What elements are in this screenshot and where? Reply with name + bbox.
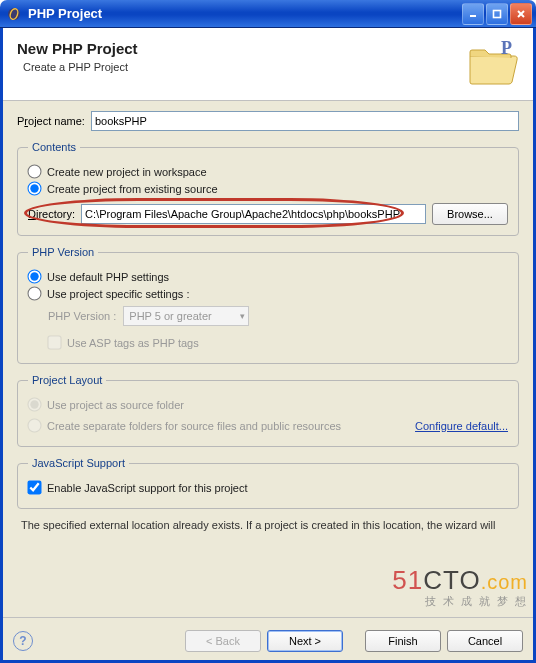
project-layout-legend: Project Layout [28,374,106,386]
radio-specific-php-label: Use project specific settings : [47,288,189,300]
php-folder-icon: P [467,40,519,86]
back-button: < Back [185,630,261,652]
php-version-subsection: PHP Version : PHP 5 or greater ▾ Use ASP… [48,306,508,349]
window-title: PHP Project [28,6,462,21]
php-version-group: PHP Version Use default PHP settings Use… [17,246,519,364]
finish-button[interactable]: Finish [365,630,441,652]
radio-src-folder-label: Use project as source folder [47,399,184,411]
contents-legend: Contents [28,141,80,153]
minimize-button[interactable] [462,3,484,25]
radio-src-folder [27,397,41,411]
configure-default-link[interactable]: Configure default... [415,420,508,432]
browse-button[interactable]: Browse... [432,203,508,225]
cancel-button[interactable]: Cancel [447,630,523,652]
chevron-down-icon: ▾ [240,311,245,321]
directory-label: Directory: [28,208,75,220]
next-button[interactable]: Next > [267,630,343,652]
button-bar: ? < Back Next > Finish Cancel [3,626,533,660]
radio-existing-source[interactable] [27,181,41,195]
javascript-support-legend: JavaScript Support [28,457,129,469]
window-titlebar: PHP Project [0,0,536,28]
radio-create-workspace[interactable] [27,164,41,178]
contents-group: Contents Create new project in workspace… [17,141,519,236]
radio-create-workspace-label: Create new project in workspace [47,166,207,178]
radio-specific-php[interactable] [27,286,41,300]
wizard-content: Project name: Contents Create new projec… [3,101,533,611]
project-name-input[interactable] [91,111,519,131]
directory-input[interactable] [81,204,426,224]
radio-default-php-label: Use default PHP settings [47,271,169,283]
project-name-label: Project name: [17,115,85,127]
wizard-banner: New PHP Project Create a PHP Project P [3,28,533,101]
checkbox-asp-tags-label: Use ASP tags as PHP tags [67,337,199,349]
svg-text:P: P [501,40,512,58]
javascript-support-group: JavaScript Support Enable JavaScript sup… [17,457,519,509]
status-message: The specified external location already … [21,519,515,531]
php-version-legend: PHP Version [28,246,98,258]
radio-separate-folders [27,418,41,432]
project-name-row: Project name: [17,111,519,131]
help-button[interactable]: ? [13,631,33,651]
svg-rect-3 [494,10,501,17]
page-title: New PHP Project [17,40,138,57]
checkbox-enable-js[interactable] [27,480,41,494]
window-body: New PHP Project Create a PHP Project P P… [0,28,536,663]
radio-separate-folders-label: Create separate folders for source files… [47,420,341,432]
eclipse-icon [6,6,22,22]
close-button[interactable] [510,3,532,25]
maximize-button[interactable] [486,3,508,25]
project-layout-group: Project Layout Use project as source fol… [17,374,519,447]
radio-default-php[interactable] [27,269,41,283]
php-version-select: PHP 5 or greater ▾ [123,306,249,326]
checkbox-asp-tags [47,335,61,349]
checkbox-enable-js-label: Enable JavaScript support for this proje… [47,482,248,494]
separator [3,617,533,618]
radio-existing-source-label: Create project from existing source [47,183,218,195]
php-version-select-label: PHP Version : [48,310,116,322]
page-subtitle: Create a PHP Project [23,61,138,73]
